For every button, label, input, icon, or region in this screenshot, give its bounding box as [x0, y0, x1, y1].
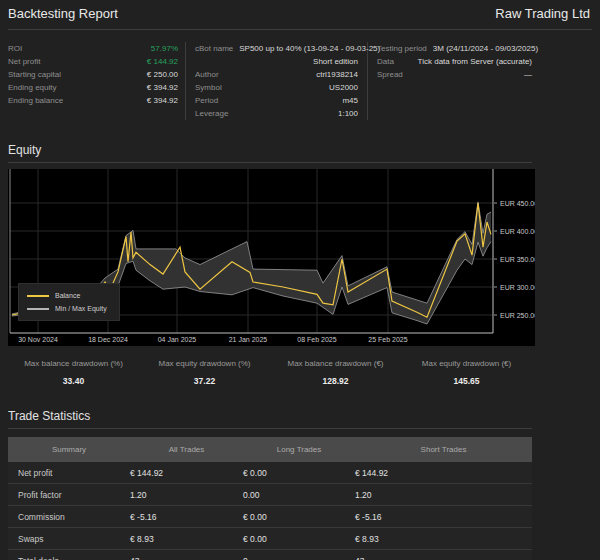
- table-body: Net profit€ 144.92€ 0.00€ 144.92Profit f…: [8, 462, 532, 560]
- column-header: All Trades: [130, 445, 243, 454]
- drawdown-value: 37.22: [139, 376, 270, 386]
- stat-label: ROI: [8, 42, 22, 55]
- table-row: Commission€ -5.16€ 0.00€ -5.16: [8, 506, 532, 528]
- x-axis-label: 21 Jan 2025: [229, 336, 268, 343]
- drawdown-item: Max equity drawdown (%)37.22: [139, 359, 270, 386]
- column-header: Short Trades: [355, 445, 532, 454]
- y-axis-label: EUR 250.00: [500, 312, 535, 319]
- stat-label: Period: [195, 94, 218, 107]
- drawdown-label: Max equity drawdown (€): [401, 359, 532, 368]
- stat-value: ctrl1938214: [316, 68, 358, 81]
- cell-value: 1.20: [130, 490, 243, 500]
- y-axis-label: EUR 350.00: [500, 256, 535, 263]
- stat-value: 57.97%: [151, 42, 178, 55]
- row-label: Total deals: [8, 556, 130, 560]
- column-header: Summary: [8, 445, 130, 454]
- equity-divider: [8, 162, 532, 163]
- stat-value: m45: [342, 94, 358, 107]
- cell-value: € 8.93: [130, 534, 243, 544]
- trade-statistics-divider: [8, 428, 532, 429]
- stat-label: Net profit: [8, 55, 40, 68]
- table-row: Total deals43043: [8, 550, 532, 560]
- cell-value: € 144.92: [355, 468, 532, 478]
- stat-value-secondary: Short edition: [195, 55, 358, 68]
- stat-row: DataTick data from Server (accurate): [377, 55, 532, 68]
- summary-column-profit: ROI57.97%Net profit€ 144.92Starting capi…: [8, 42, 186, 120]
- stat-row: Periodm45: [195, 94, 358, 107]
- row-label: Net profit: [8, 468, 130, 478]
- stat-row: ROI57.97%: [8, 42, 178, 55]
- drawdown-label: Max balance drawdown (%): [8, 359, 139, 368]
- stat-label: Author: [195, 68, 219, 81]
- drawdown-value: 33.40: [8, 376, 139, 386]
- summary-stats: ROI57.97%Net profit€ 144.92Starting capi…: [8, 42, 600, 120]
- stat-value: 1:100: [338, 107, 358, 120]
- stat-label: Ending balance: [8, 94, 63, 107]
- legend-label: Balance: [55, 292, 80, 299]
- stat-value: € 250.00: [147, 68, 178, 81]
- table-row: Net profit€ 144.92€ 0.00€ 144.92: [8, 462, 532, 484]
- page-title: Backtesting Report: [8, 6, 118, 21]
- trade-statistics-title: Trade Statistics: [8, 409, 600, 423]
- y-axis-label: EUR 450.00: [500, 200, 535, 207]
- stat-row: Ending balance€ 394.92: [8, 94, 178, 107]
- stat-row: Spread—: [377, 68, 532, 81]
- stat-label: Symbol: [195, 81, 222, 94]
- cell-value: 0: [243, 556, 355, 560]
- row-label: Profit factor: [8, 490, 130, 500]
- x-axis-label: 25 Feb 2025: [368, 336, 407, 343]
- stat-label: Starting capital: [8, 68, 61, 81]
- company-name: Raw Trading Ltd: [495, 6, 590, 21]
- stat-label: Data: [377, 55, 394, 68]
- x-axis-label: 30 Nov 2024: [18, 336, 58, 343]
- table-row: Swaps€ 8.93€ 0.00€ 8.93: [8, 528, 532, 550]
- header-divider: [8, 29, 592, 30]
- stat-value: SP500 up to 40% (13-09-24 - 09-03-25): [239, 42, 380, 55]
- cell-value: € 8.93: [355, 534, 532, 544]
- stat-row: Leverage1:100: [195, 107, 358, 120]
- stat-value: US2000: [329, 81, 358, 94]
- drawdown-label: Max balance drawdown (€): [270, 359, 401, 368]
- y-axis-label: EUR 400.00: [500, 228, 535, 235]
- legend-line-sample: [27, 308, 49, 310]
- x-axis-label: 08 Feb 2025: [297, 336, 336, 343]
- row-label: Swaps: [8, 534, 130, 544]
- legend-item: Min / Max Equity: [27, 302, 107, 315]
- stat-value: € 144.92: [147, 55, 178, 68]
- drawdown-label: Max equity drawdown (%): [139, 359, 270, 368]
- stat-value: 3M (24/11/2024 - 09/03/2025): [433, 42, 538, 55]
- cell-value: 43: [355, 556, 532, 560]
- stat-value: —: [524, 68, 532, 81]
- stat-label: Testing period: [377, 42, 427, 55]
- equity-section-title: Equity: [8, 143, 600, 157]
- drawdown-stats: Max balance drawdown (%)33.40Max equity …: [8, 359, 532, 386]
- report-header: Backtesting Report Raw Trading Ltd: [0, 0, 600, 21]
- table-header-row: SummaryAll TradesLong TradesShort Trades: [8, 437, 532, 462]
- summary-column-testing: Testing period3M (24/11/2024 - 09/03/202…: [368, 42, 532, 120]
- cell-value: € -5.16: [130, 512, 243, 522]
- trade-statistics-table: SummaryAll TradesLong TradesShort Trades…: [8, 437, 532, 560]
- x-axis-label: 04 Jan 2025: [158, 336, 197, 343]
- stat-label: Leverage: [195, 107, 228, 120]
- drawdown-value: 145.65: [401, 376, 532, 386]
- drawdown-value: 128.92: [270, 376, 401, 386]
- cell-value: 1.20: [355, 490, 532, 500]
- stat-row: Ending equity€ 394.92: [8, 81, 178, 94]
- equity-chart: EUR 450.00EUR 400.00EUR 350.00EUR 300.00…: [8, 169, 535, 346]
- stat-row: SymbolUS2000: [195, 81, 358, 94]
- stat-value: € 394.92: [147, 94, 178, 107]
- stat-row: Net profit€ 144.92: [8, 55, 178, 68]
- cell-value: € 0.00: [243, 534, 355, 544]
- legend-label: Min / Max Equity: [55, 305, 107, 312]
- cell-value: 43: [130, 556, 243, 560]
- column-header: Long Trades: [243, 445, 355, 454]
- stat-label: Ending equity: [8, 81, 56, 94]
- table-row: Profit factor1.200.001.20: [8, 484, 532, 506]
- chart-legend: BalanceMin / Max Equity: [18, 283, 120, 321]
- legend-line-sample: [27, 295, 49, 297]
- x-axis-label: 18 Dec 2024: [88, 336, 128, 343]
- cell-value: € -5.16: [355, 512, 532, 522]
- stat-label: Spread: [377, 68, 403, 81]
- stat-value: € 394.92: [147, 81, 178, 94]
- row-label: Commission: [8, 512, 130, 522]
